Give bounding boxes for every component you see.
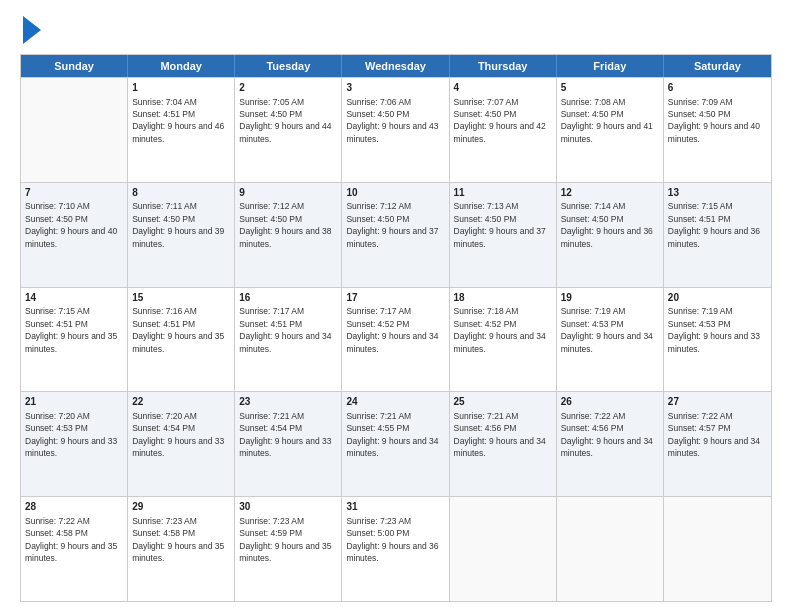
calendar-cell: 24Sunrise: 7:21 AMSunset: 4:55 PMDayligh… xyxy=(342,392,449,496)
day-number: 1 xyxy=(132,81,230,95)
day-number: 4 xyxy=(454,81,552,95)
cell-details: Sunrise: 7:19 AMSunset: 4:53 PMDaylight:… xyxy=(668,306,760,353)
cell-details: Sunrise: 7:15 AMSunset: 4:51 PMDaylight:… xyxy=(25,306,117,353)
calendar-header-cell: Wednesday xyxy=(342,55,449,77)
day-number: 20 xyxy=(668,291,767,305)
calendar-cell xyxy=(450,497,557,601)
calendar-cell: 26Sunrise: 7:22 AMSunset: 4:56 PMDayligh… xyxy=(557,392,664,496)
cell-details: Sunrise: 7:17 AMSunset: 4:51 PMDaylight:… xyxy=(239,306,331,353)
day-number: 11 xyxy=(454,186,552,200)
calendar-cell: 4Sunrise: 7:07 AMSunset: 4:50 PMDaylight… xyxy=(450,78,557,182)
cell-details: Sunrise: 7:06 AMSunset: 4:50 PMDaylight:… xyxy=(346,97,438,144)
calendar-cell: 22Sunrise: 7:20 AMSunset: 4:54 PMDayligh… xyxy=(128,392,235,496)
cell-details: Sunrise: 7:12 AMSunset: 4:50 PMDaylight:… xyxy=(346,201,438,248)
day-number: 5 xyxy=(561,81,659,95)
calendar-row: 7Sunrise: 7:10 AMSunset: 4:50 PMDaylight… xyxy=(21,182,771,287)
day-number: 17 xyxy=(346,291,444,305)
logo xyxy=(20,18,41,44)
calendar-row: 21Sunrise: 7:20 AMSunset: 4:53 PMDayligh… xyxy=(21,391,771,496)
cell-details: Sunrise: 7:18 AMSunset: 4:52 PMDaylight:… xyxy=(454,306,546,353)
day-number: 19 xyxy=(561,291,659,305)
cell-details: Sunrise: 7:05 AMSunset: 4:50 PMDaylight:… xyxy=(239,97,331,144)
cell-details: Sunrise: 7:09 AMSunset: 4:50 PMDaylight:… xyxy=(668,97,760,144)
cell-details: Sunrise: 7:23 AMSunset: 4:59 PMDaylight:… xyxy=(239,516,331,563)
calendar-cell: 16Sunrise: 7:17 AMSunset: 4:51 PMDayligh… xyxy=(235,288,342,392)
calendar-cell: 13Sunrise: 7:15 AMSunset: 4:51 PMDayligh… xyxy=(664,183,771,287)
calendar-cell: 3Sunrise: 7:06 AMSunset: 4:50 PMDaylight… xyxy=(342,78,449,182)
calendar-cell: 10Sunrise: 7:12 AMSunset: 4:50 PMDayligh… xyxy=(342,183,449,287)
calendar-header: SundayMondayTuesdayWednesdayThursdayFrid… xyxy=(21,55,771,77)
calendar-cell: 28Sunrise: 7:22 AMSunset: 4:58 PMDayligh… xyxy=(21,497,128,601)
cell-details: Sunrise: 7:23 AMSunset: 5:00 PMDaylight:… xyxy=(346,516,438,563)
calendar-cell: 6Sunrise: 7:09 AMSunset: 4:50 PMDaylight… xyxy=(664,78,771,182)
cell-details: Sunrise: 7:22 AMSunset: 4:58 PMDaylight:… xyxy=(25,516,117,563)
day-number: 31 xyxy=(346,500,444,514)
calendar-header-cell: Friday xyxy=(557,55,664,77)
calendar-cell: 12Sunrise: 7:14 AMSunset: 4:50 PMDayligh… xyxy=(557,183,664,287)
day-number: 13 xyxy=(668,186,767,200)
calendar-cell xyxy=(21,78,128,182)
day-number: 25 xyxy=(454,395,552,409)
day-number: 2 xyxy=(239,81,337,95)
day-number: 6 xyxy=(668,81,767,95)
calendar-cell: 31Sunrise: 7:23 AMSunset: 5:00 PMDayligh… xyxy=(342,497,449,601)
calendar-cell: 8Sunrise: 7:11 AMSunset: 4:50 PMDaylight… xyxy=(128,183,235,287)
day-number: 27 xyxy=(668,395,767,409)
day-number: 26 xyxy=(561,395,659,409)
cell-details: Sunrise: 7:04 AMSunset: 4:51 PMDaylight:… xyxy=(132,97,224,144)
calendar-row: 1Sunrise: 7:04 AMSunset: 4:51 PMDaylight… xyxy=(21,77,771,182)
cell-details: Sunrise: 7:20 AMSunset: 4:54 PMDaylight:… xyxy=(132,411,224,458)
cell-details: Sunrise: 7:22 AMSunset: 4:56 PMDaylight:… xyxy=(561,411,653,458)
day-number: 10 xyxy=(346,186,444,200)
cell-details: Sunrise: 7:19 AMSunset: 4:53 PMDaylight:… xyxy=(561,306,653,353)
day-number: 16 xyxy=(239,291,337,305)
day-number: 12 xyxy=(561,186,659,200)
calendar-cell: 27Sunrise: 7:22 AMSunset: 4:57 PMDayligh… xyxy=(664,392,771,496)
cell-details: Sunrise: 7:12 AMSunset: 4:50 PMDaylight:… xyxy=(239,201,331,248)
cell-details: Sunrise: 7:15 AMSunset: 4:51 PMDaylight:… xyxy=(668,201,760,248)
calendar-row: 28Sunrise: 7:22 AMSunset: 4:58 PMDayligh… xyxy=(21,496,771,601)
calendar-body: 1Sunrise: 7:04 AMSunset: 4:51 PMDaylight… xyxy=(21,77,771,601)
calendar-header-cell: Monday xyxy=(128,55,235,77)
cell-details: Sunrise: 7:07 AMSunset: 4:50 PMDaylight:… xyxy=(454,97,546,144)
cell-details: Sunrise: 7:16 AMSunset: 4:51 PMDaylight:… xyxy=(132,306,224,353)
cell-details: Sunrise: 7:17 AMSunset: 4:52 PMDaylight:… xyxy=(346,306,438,353)
day-number: 14 xyxy=(25,291,123,305)
calendar-cell: 15Sunrise: 7:16 AMSunset: 4:51 PMDayligh… xyxy=(128,288,235,392)
logo-arrow-icon xyxy=(23,16,41,44)
day-number: 30 xyxy=(239,500,337,514)
calendar-cell: 30Sunrise: 7:23 AMSunset: 4:59 PMDayligh… xyxy=(235,497,342,601)
cell-details: Sunrise: 7:21 AMSunset: 4:55 PMDaylight:… xyxy=(346,411,438,458)
day-number: 21 xyxy=(25,395,123,409)
day-number: 7 xyxy=(25,186,123,200)
day-number: 24 xyxy=(346,395,444,409)
calendar-cell: 7Sunrise: 7:10 AMSunset: 4:50 PMDaylight… xyxy=(21,183,128,287)
calendar-cell: 5Sunrise: 7:08 AMSunset: 4:50 PMDaylight… xyxy=(557,78,664,182)
calendar-cell: 14Sunrise: 7:15 AMSunset: 4:51 PMDayligh… xyxy=(21,288,128,392)
calendar-cell: 20Sunrise: 7:19 AMSunset: 4:53 PMDayligh… xyxy=(664,288,771,392)
day-number: 22 xyxy=(132,395,230,409)
day-number: 29 xyxy=(132,500,230,514)
day-number: 23 xyxy=(239,395,337,409)
calendar-cell: 23Sunrise: 7:21 AMSunset: 4:54 PMDayligh… xyxy=(235,392,342,496)
calendar-header-cell: Thursday xyxy=(450,55,557,77)
calendar-cell: 17Sunrise: 7:17 AMSunset: 4:52 PMDayligh… xyxy=(342,288,449,392)
day-number: 3 xyxy=(346,81,444,95)
day-number: 15 xyxy=(132,291,230,305)
calendar-cell: 19Sunrise: 7:19 AMSunset: 4:53 PMDayligh… xyxy=(557,288,664,392)
cell-details: Sunrise: 7:08 AMSunset: 4:50 PMDaylight:… xyxy=(561,97,653,144)
cell-details: Sunrise: 7:11 AMSunset: 4:50 PMDaylight:… xyxy=(132,201,224,248)
calendar-cell: 9Sunrise: 7:12 AMSunset: 4:50 PMDaylight… xyxy=(235,183,342,287)
day-number: 8 xyxy=(132,186,230,200)
page: SundayMondayTuesdayWednesdayThursdayFrid… xyxy=(0,0,792,612)
calendar-cell: 29Sunrise: 7:23 AMSunset: 4:58 PMDayligh… xyxy=(128,497,235,601)
cell-details: Sunrise: 7:21 AMSunset: 4:56 PMDaylight:… xyxy=(454,411,546,458)
calendar-cell: 25Sunrise: 7:21 AMSunset: 4:56 PMDayligh… xyxy=(450,392,557,496)
calendar-cell: 2Sunrise: 7:05 AMSunset: 4:50 PMDaylight… xyxy=(235,78,342,182)
calendar-cell xyxy=(557,497,664,601)
cell-details: Sunrise: 7:13 AMSunset: 4:50 PMDaylight:… xyxy=(454,201,546,248)
cell-details: Sunrise: 7:23 AMSunset: 4:58 PMDaylight:… xyxy=(132,516,224,563)
cell-details: Sunrise: 7:21 AMSunset: 4:54 PMDaylight:… xyxy=(239,411,331,458)
calendar-cell: 1Sunrise: 7:04 AMSunset: 4:51 PMDaylight… xyxy=(128,78,235,182)
day-number: 18 xyxy=(454,291,552,305)
